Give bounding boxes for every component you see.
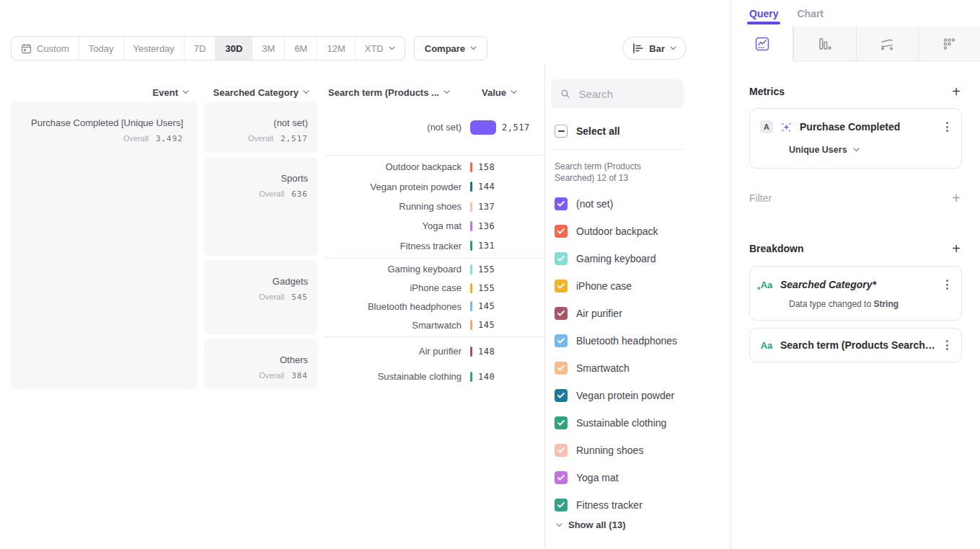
query-panel: Query Chart [730, 0, 980, 549]
check-icon [557, 447, 565, 453]
metric-card[interactable]: A Purchase Completed Unique Users [749, 108, 962, 169]
term-label: Sustainable clothing [325, 371, 462, 382]
checkbox[interactable] [555, 362, 568, 375]
legend-item-sustainable-clothing[interactable]: Sustainable clothing [551, 409, 730, 437]
checkbox[interactable] [555, 252, 568, 265]
term-row-bluetooth-headphones[interactable]: Bluetooth headphones145 [325, 298, 544, 316]
checkbox[interactable] [555, 197, 568, 210]
date-range-6m[interactable]: 6M [284, 37, 317, 60]
overall-value: 636 [291, 189, 308, 199]
legend-item-iphone-case[interactable]: iPhone case [551, 272, 730, 300]
term-row-not-set[interactable]: (not set)2,517 [325, 117, 544, 138]
legend-item-air-purifier[interactable]: Air purifier [551, 300, 730, 327]
legend-item-running-shoes[interactable]: Running shoes [551, 437, 730, 464]
date-range-12m[interactable]: 12M [317, 37, 354, 60]
term-row-vegan-protein-powder[interactable]: Vegan protein powder144 [325, 177, 544, 196]
tab-insights[interactable] [731, 27, 793, 61]
search-input[interactable] [578, 87, 674, 101]
category-cell-sports[interactable]: SportsOverall636 [204, 157, 318, 256]
term-row-yoga-mat[interactable]: Yoga mat136 [325, 216, 544, 236]
term-row-smartwatch[interactable]: Smartwatch145 [325, 316, 544, 334]
date-range-xtd[interactable]: XTD [355, 37, 405, 60]
event-cell[interactable]: Purchase Completed [Unique Users] Overal… [11, 102, 198, 389]
chevron-down-icon [303, 90, 309, 94]
value-bar [470, 283, 472, 293]
tab-flows[interactable] [856, 27, 918, 61]
select-all[interactable]: Select all [551, 125, 730, 138]
term-row-fitness-tracker[interactable]: Fitness tracker131 [325, 236, 544, 256]
legend-item-outdoor-backpack[interactable]: Outdoor backpack [551, 218, 730, 245]
more-options-icon[interactable] [943, 120, 951, 134]
add-metric-button[interactable]: + [950, 85, 962, 98]
value-bar [470, 182, 472, 192]
show-all-button[interactable]: Show all (13) [551, 519, 730, 530]
value-label: 155 [478, 264, 495, 274]
category-cell-others[interactable]: OthersOverall384 [204, 339, 318, 389]
add-breakdown-button[interactable]: + [950, 242, 962, 255]
column-header-search-term[interactable]: Search term (Products ... [328, 87, 450, 98]
category-cell-gadgets[interactable]: GadgetsOverall545 [204, 260, 318, 334]
add-filter-button[interactable]: + [950, 192, 962, 205]
row-group-not-set: (not set)2,517 [325, 102, 544, 153]
term-label: Air purifier [325, 346, 462, 357]
select-all-checkbox[interactable] [555, 125, 568, 138]
date-range-3m[interactable]: 3M [252, 37, 284, 60]
checkbox[interactable] [555, 444, 568, 457]
term-row-sustainable-clothing[interactable]: Sustainable clothing140 [325, 367, 544, 387]
term-row-iphone-case[interactable]: iPhone case155 [325, 279, 544, 298]
date-range-label: 6M [294, 43, 307, 54]
category-cell-not-set[interactable]: (not set)Overall2,517 [204, 102, 318, 153]
category-name: Sports [213, 173, 308, 184]
date-range-custom[interactable]: Custom [12, 37, 79, 60]
tab-funnels[interactable] [793, 27, 855, 61]
measure-selector[interactable]: Unique Users [789, 145, 951, 155]
overall-value: 384 [291, 371, 308, 380]
column-header-value[interactable]: Value [482, 87, 517, 98]
tab-chart[interactable]: Chart [797, 0, 824, 27]
legend-item-gaming-keyboard[interactable]: Gaming keyboard [551, 245, 730, 272]
app-root: CustomTodayYesterday7D30D3M6M12MXTD Comp… [0, 0, 980, 549]
column-header-searched-category[interactable]: Searched Category [204, 87, 318, 98]
checkbox[interactable] [555, 280, 568, 293]
legend-item-not-set[interactable]: (not set) [551, 190, 730, 218]
value-label: 144 [478, 182, 495, 192]
legend-item-vegan-protein-powder[interactable]: Vegan protein powder [551, 382, 730, 409]
legend-item-bluetooth-headphones[interactable]: Bluetooth headphones [551, 327, 730, 354]
more-options-icon[interactable] [943, 277, 951, 292]
column-header-event[interactable]: Event [11, 87, 198, 98]
checkbox[interactable] [555, 225, 568, 238]
chart-type-button[interactable]: Bar [622, 37, 687, 60]
date-range-7d[interactable]: 7D [184, 37, 216, 60]
legend-item-fitness-tracker[interactable]: Fitness tracker [551, 491, 730, 519]
checkbox[interactable] [555, 334, 568, 347]
more-options-icon[interactable] [943, 338, 951, 352]
legend-item-yoga-mat[interactable]: Yoga mat [551, 464, 730, 491]
checkbox[interactable] [555, 416, 568, 429]
legend-item-list: (not set)Outdoor backpackGaming keyboard… [551, 190, 730, 519]
tab-retention[interactable] [918, 27, 980, 61]
search-box[interactable] [551, 79, 684, 108]
category-overall: Overall2,517 [213, 134, 308, 143]
term-row-gaming-keyboard[interactable]: Gaming keyboard155 [325, 260, 544, 279]
tab-query[interactable]: Query [749, 0, 778, 27]
breakdown-card-search-term[interactable]: Aa Search term (Products Searched) [749, 328, 962, 362]
value-bar [470, 372, 472, 382]
checkbox[interactable] [555, 389, 568, 402]
value-label: 145 [478, 320, 495, 330]
checkbox[interactable] [555, 499, 568, 512]
checkbox[interactable] [555, 307, 568, 320]
value-bar [470, 320, 472, 330]
divider [551, 149, 684, 150]
term-row-outdoor-backpack[interactable]: Outdoor backpack158 [325, 157, 544, 177]
legend-item-smartwatch[interactable]: Smartwatch [551, 354, 730, 382]
checkbox[interactable] [555, 471, 568, 484]
check-icon [557, 201, 565, 207]
date-range-30d[interactable]: 30D [215, 37, 252, 60]
term-row-running-shoes[interactable]: Running shoes137 [325, 197, 544, 216]
term-row-air-purifier[interactable]: Air purifier148 [325, 342, 544, 362]
horizontal-bar-chart-icon [632, 43, 644, 53]
date-range-today[interactable]: Today [79, 37, 123, 60]
compare-button[interactable]: Compare [414, 36, 487, 61]
date-range-yesterday[interactable]: Yesterday [123, 37, 184, 60]
breakdown-card-searched-category[interactable]: Aa* Searched Category* Data type changed… [749, 266, 962, 321]
